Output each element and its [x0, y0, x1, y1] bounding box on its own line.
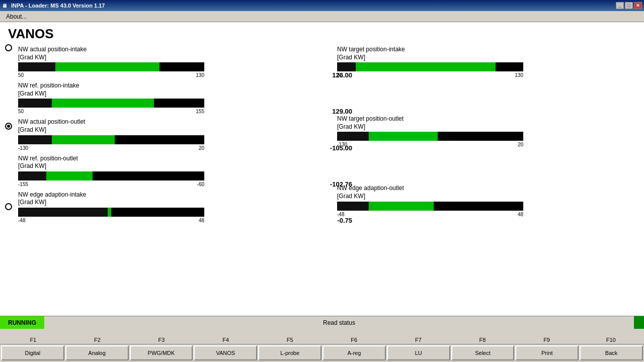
btn-select[interactable]: Select: [451, 345, 515, 360]
measurements-grid: NW actual position-intake [Grad KW] 126.…: [18, 46, 636, 227]
status-bar: RUNNING Read status: [0, 316, 644, 329]
close-button[interactable]: ✕: [634, 2, 642, 9]
measure-nw-edge-outlet: NW edge adaption-outlet [Grad KW] 4.13 -…: [337, 185, 636, 217]
fkey-bar: F1 F2 F3 F4 F5 F6 F7 F8 F9 F10: [0, 336, 644, 344]
spacer-right: [337, 82, 636, 111]
label-nw-actual-intake-1: NW actual position-intake: [18, 46, 317, 54]
fkey-f4: F4: [194, 337, 258, 343]
btn-digital[interactable]: Digital: [1, 345, 64, 360]
measure-nw-ref-intake: NW ref. position-intake [Grad KW] 129.00…: [18, 82, 317, 114]
spacer-right-2: [337, 151, 636, 180]
bar-nw-actual-intake: 126.00: [18, 62, 317, 71]
status-right-indicator: [634, 316, 644, 329]
btn-print[interactable]: Print: [515, 345, 579, 360]
fkey-f5: F5: [258, 337, 322, 343]
label-nw-actual-intake-2: [Grad KW]: [18, 54, 317, 62]
radio-3[interactable]: [5, 203, 12, 210]
button-bar: Digital Analog PWG/MDK VANOS L-probe A-r…: [0, 344, 644, 362]
minimize-button[interactable]: _: [616, 2, 624, 9]
radio-2[interactable]: [5, 123, 12, 130]
btn-l-probe[interactable]: L-probe: [258, 345, 321, 360]
radio-1[interactable]: [5, 44, 12, 51]
fkey-f9: F9: [515, 337, 579, 343]
menu-about[interactable]: About...: [2, 12, 31, 21]
title-controls: _ □ ✕: [616, 2, 642, 9]
btn-analog[interactable]: Analog: [65, 345, 129, 360]
fkey-f8: F8: [450, 337, 515, 343]
page-title: VANOS: [8, 26, 636, 42]
running-indicator: RUNNING: [0, 316, 44, 329]
title-bar: 🖥 INPA - Loader: MS 43.0 Version 1.17 _ …: [0, 0, 644, 11]
measure-nw-edge-intake: NW edge adaption-intake [Grad KW] -0.75 …: [18, 191, 317, 223]
fkey-f7: F7: [386, 337, 451, 343]
measure-nw-ref-outlet: NW ref. position-outlet [Grad KW] -102.7…: [18, 155, 317, 187]
btn-lu[interactable]: LU: [387, 345, 450, 360]
fkey-f6: F6: [322, 337, 386, 343]
fkey-f3: F3: [129, 337, 194, 343]
main-content: VANOS NW actual position-intake [Grad KW…: [0, 22, 644, 316]
maximize-button[interactable]: □: [625, 2, 633, 9]
measure-nw-actual-intake: NW actual position-intake [Grad KW] 126.…: [18, 46, 317, 78]
btn-pwg-mdk[interactable]: PWG/MDK: [130, 345, 193, 360]
right-column: NW target position-intake [Grad KW] 126.…: [337, 46, 636, 227]
measure-nw-target-intake: NW target position-intake [Grad KW] 126.…: [337, 46, 636, 78]
fkey-f10: F10: [579, 337, 643, 343]
value-nw-actual-intake: 126.00: [332, 71, 352, 79]
fkey-f2: F2: [65, 337, 130, 343]
left-column: NW actual position-intake [Grad KW] 126.…: [18, 46, 317, 227]
btn-vanos[interactable]: VANOS: [194, 345, 257, 360]
menu-bar: About...: [0, 11, 644, 22]
measure-nw-actual-outlet: NW actual position-outlet [Grad KW] -105…: [18, 118, 317, 150]
btn-a-reg[interactable]: A-reg: [323, 345, 386, 360]
btn-back[interactable]: Back: [580, 345, 643, 360]
status-text: Read status: [44, 319, 634, 326]
measure-nw-target-outlet: NW target position-outlet [Grad KW] -105…: [337, 115, 636, 147]
title-text: INPA - Loader: MS 43.0 Version 1.17: [9, 3, 616, 9]
fkey-f1: F1: [1, 337, 65, 343]
